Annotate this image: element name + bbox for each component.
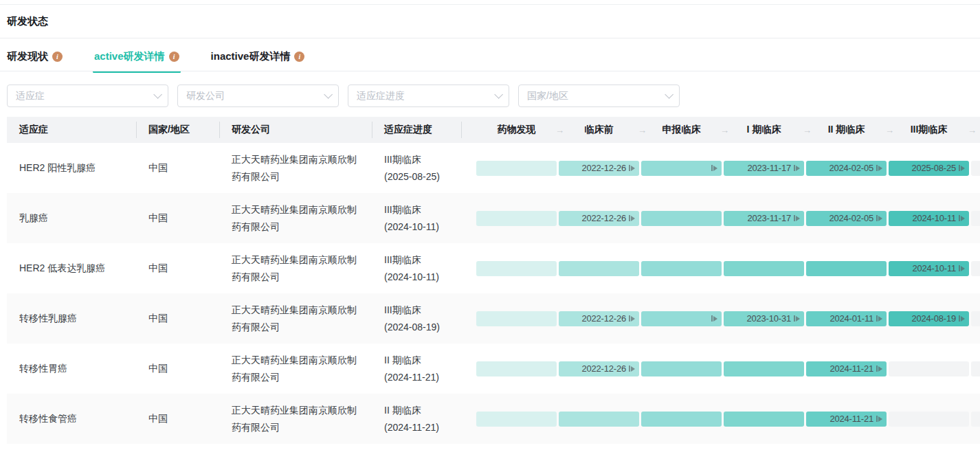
col-header: 研发公司 — [219, 117, 372, 143]
phase-bar[interactable]: 2022-12-26 — [559, 161, 639, 176]
divider — [0, 38, 980, 38]
tab-inactive-detail[interactable]: inactive研发详情i — [211, 45, 305, 71]
phase-bar[interactable]: 2024-10-11 — [889, 261, 969, 276]
phase-bars-cell: 2022-12-262023-11-172024-02-052024-10-11 — [461, 211, 980, 226]
company-cell: 正大天晴药业集团南京顺欣制药有限公司 — [219, 251, 372, 286]
progress-cell: II 期临床(2024-11-21) — [372, 352, 461, 386]
phase-bar — [724, 361, 804, 376]
region-cell: 中国 — [136, 310, 219, 327]
tab-active-detail[interactable]: active研发详情i — [94, 45, 179, 71]
company-cell: 正大天晴药业集团南京顺欣制药有限公司 — [219, 402, 372, 436]
phase-bar[interactable]: 2024-11-21 — [806, 361, 887, 376]
filter-placeholder: 研发公司 — [186, 90, 225, 102]
phase-bar[interactable]: 2024-02-05 — [806, 161, 887, 176]
table-row: 转移性食管癌中国正大天晴药业集团南京顺欣制药有限公司II 期临床(2024-11… — [7, 394, 980, 444]
phase-bar[interactable]: 2024-08-19 — [889, 311, 969, 326]
table-header: 适应症国家/地区研发公司适应症进度药物发现→临床前→申报临床→I 期临床→II … — [7, 117, 980, 143]
filter-select-1[interactable]: 适应症 — [7, 85, 168, 107]
phase-bar-next-partial — [971, 211, 980, 226]
top-divider — [0, 4, 980, 5]
phase-bar — [641, 412, 722, 427]
phase-bar-next-partial — [971, 261, 980, 276]
phase-bar[interactable] — [641, 311, 722, 326]
phase-col-header: I 期临床→ — [724, 124, 804, 136]
phase-col-label: 药物发现 — [498, 124, 536, 135]
progress-date: (2024-11-21) — [384, 419, 461, 436]
progress-phase: II 期临床 — [384, 402, 461, 419]
phase-date: 2022-12-26 — [582, 163, 627, 173]
phase-date: 2025-08-25 — [912, 163, 957, 173]
filter-placeholder: 适应症进度 — [357, 90, 405, 102]
phase-date: 2023-11-17 — [747, 163, 791, 173]
dev-detail-table: 适应症国家/地区研发公司适应症进度药物发现→临床前→申报临床→I 期临床→II … — [7, 117, 980, 444]
phase-bar[interactable]: 2023-10-31 — [724, 311, 804, 326]
phase-col-header: 申报临床→ — [641, 124, 722, 136]
step-forward-icon — [959, 265, 965, 271]
step-forward-icon — [876, 365, 882, 372]
info-icon[interactable]: i — [294, 52, 304, 62]
tab-dev-status[interactable]: 研发现状i — [7, 45, 63, 71]
phase-arrow-icon: → — [968, 125, 977, 135]
company-cell: 正大天晴药业集团南京顺欣制药有限公司 — [219, 201, 372, 236]
phase-bar[interactable]: 2024-02-05 — [806, 211, 887, 226]
step-forward-icon — [876, 165, 882, 171]
phase-col-header: II 期临床→ — [806, 124, 887, 136]
phase-bar[interactable]: 2023-11-17 — [724, 161, 804, 176]
phase-col-label: 临床前 — [585, 124, 614, 135]
indication-cell: HER2 低表达乳腺癌 — [7, 260, 136, 277]
phase-bar — [476, 311, 557, 326]
phase-bar[interactable]: 2025-08-25 — [889, 161, 969, 176]
col-header: 国家/地区 — [136, 117, 219, 143]
step-forward-icon — [629, 315, 635, 322]
phase-bar[interactable]: 2022-12-26 — [559, 361, 639, 376]
phase-bar[interactable]: 2022-12-26 — [559, 211, 639, 226]
phase-date: 2023-11-17 — [747, 213, 791, 223]
table-row: HER2 低表达乳腺癌中国正大天晴药业集团南京顺欣制药有限公司III期临床(20… — [7, 243, 980, 293]
phase-date: 2024-11-21 — [829, 414, 873, 424]
phase-bar[interactable]: 2024-01-11 — [806, 311, 887, 326]
phase-bar — [641, 211, 722, 226]
progress-date: (2025-08-25) — [384, 168, 461, 185]
indication-cell: 转移性乳腺癌 — [7, 310, 136, 327]
step-forward-icon — [629, 215, 635, 221]
phase-bar — [559, 261, 639, 276]
phase-bar — [641, 261, 722, 276]
phase-date: 2022-12-26 — [582, 363, 627, 374]
region-cell: 中国 — [136, 210, 219, 227]
phase-bar — [559, 412, 639, 427]
region-cell: 中国 — [136, 410, 219, 427]
phase-bars: 2022-12-262023-11-172024-02-052025-08-25 — [461, 161, 980, 176]
phase-bar[interactable] — [641, 161, 722, 176]
progress-phase: III期临床 — [384, 302, 461, 319]
phase-col-header: 药物发现→ — [476, 124, 557, 136]
phase-bar — [724, 412, 804, 427]
phase-bar[interactable]: 2023-11-17 — [724, 211, 804, 226]
phase-bar[interactable]: 2024-10-11 — [889, 211, 969, 226]
step-forward-icon — [959, 315, 965, 322]
progress-cell: II 期临床(2024-11-21) — [372, 402, 461, 436]
phase-bar — [476, 361, 557, 376]
phase-bars-cell: 2022-12-262023-11-172024-02-052025-08-25 — [461, 161, 980, 176]
phase-bars: 2024-11-21 — [461, 412, 980, 427]
filter-select-2[interactable]: 研发公司 — [177, 85, 339, 107]
divider — [0, 71, 980, 71]
tab-label: active研发详情 — [94, 50, 165, 63]
phase-bars-cell: 2022-12-262024-11-21 — [461, 361, 980, 376]
step-forward-icon — [959, 215, 965, 221]
phase-bars: 2022-12-262023-11-172024-02-052024-10-11 — [461, 211, 980, 226]
phase-col-label: 申报临床 — [662, 124, 701, 135]
phase-bar-next-partial — [971, 412, 980, 427]
filter-select-4[interactable]: 国家/地区 — [518, 85, 680, 107]
phase-bar — [476, 211, 557, 226]
phase-bar[interactable]: 2022-12-26 — [559, 311, 639, 326]
info-icon[interactable]: i — [52, 52, 63, 62]
phase-bar — [889, 361, 969, 376]
progress-cell: III期临床(2024-08-19) — [372, 302, 461, 336]
filter-select-3[interactable]: 适应症进度 — [348, 85, 509, 107]
info-icon[interactable]: i — [169, 52, 179, 62]
phase-date: 2024-01-11 — [829, 313, 873, 324]
progress-phase: III期临床 — [384, 151, 461, 168]
phase-bar[interactable]: 2024-11-21 — [806, 412, 887, 427]
progress-date: (2024-10-11) — [384, 218, 461, 236]
tab-label: 研发现状 — [7, 50, 48, 63]
